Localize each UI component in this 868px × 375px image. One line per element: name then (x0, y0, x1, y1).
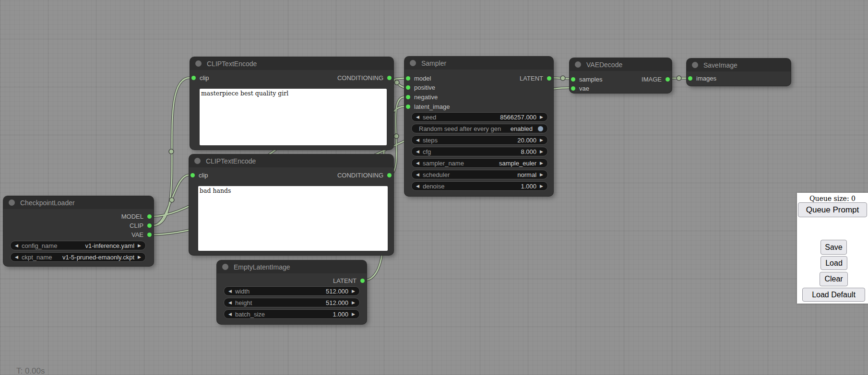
increment-arrow-icon[interactable]: ▶ (138, 244, 141, 248)
decrement-arrow-icon[interactable]: ◀ (416, 184, 419, 188)
decrement-arrow-icon[interactable]: ◀ (416, 173, 419, 177)
widget-seed[interactable]: ◀ seed 8566257.000 ▶ (411, 112, 548, 122)
clear-button[interactable]: Clear (820, 272, 848, 286)
queue-prompt-button[interactable]: Queue Prompt (798, 202, 867, 217)
widget-height[interactable]: ◀ height 512.000 ▶ (224, 298, 360, 307)
node-title-bar[interactable]: CLIPTextEncode (189, 154, 393, 167)
increment-arrow-icon[interactable]: ▶ (540, 173, 543, 177)
decrement-arrow-icon[interactable]: ◀ (228, 289, 232, 293)
output-conditioning[interactable]: CONDITIONING (189, 171, 393, 180)
output-port-icon[interactable] (387, 76, 392, 80)
node-title: EmptyLatentImage (234, 263, 290, 271)
output-latent[interactable]: LATENT (404, 74, 553, 83)
node-title: CLIPTextEncode (207, 60, 257, 68)
increment-arrow-icon[interactable]: ▶ (540, 138, 543, 142)
widget-scheduler[interactable]: ◀ scheduler normal ▶ (411, 170, 548, 179)
increment-arrow-icon[interactable]: ▶ (138, 255, 141, 259)
widget-ckpt-name[interactable]: ◀ ckpt_name v1-5-pruned-emaonly.ckpt ▶ (10, 252, 146, 262)
decrement-arrow-icon[interactable]: ◀ (15, 255, 18, 259)
decrement-arrow-icon[interactable]: ◀ (228, 312, 232, 316)
node-title: CLIPTextEncode (206, 157, 256, 165)
collapse-dot-icon[interactable] (194, 158, 201, 164)
input-negative[interactable]: negative (404, 93, 553, 102)
toggle-dot-icon[interactable] (538, 126, 543, 131)
node-title-bar[interactable]: Sampler (404, 57, 553, 70)
increment-arrow-icon[interactable]: ▶ (352, 312, 355, 316)
collapse-dot-icon[interactable] (410, 60, 416, 66)
increment-arrow-icon[interactable]: ▶ (352, 289, 355, 293)
decrement-arrow-icon[interactable]: ◀ (416, 115, 419, 119)
widget-sampler-name[interactable]: ◀ sampler_name sample_euler ▶ (411, 158, 548, 168)
increment-arrow-icon[interactable]: ▶ (352, 301, 355, 305)
prompt-textarea[interactable]: bad hands (198, 186, 388, 251)
decrement-arrow-icon[interactable]: ◀ (15, 244, 18, 248)
output-conditioning[interactable]: CONDITIONING (190, 73, 393, 82)
node-sampler[interactable]: Sampler model LATENT positive negative l… (404, 57, 553, 196)
output-vae[interactable]: VAE (3, 230, 154, 239)
node-title: CheckpointLoader (20, 199, 75, 207)
collapse-dot-icon[interactable] (195, 60, 202, 67)
node-checkpointloader[interactable]: CheckpointLoader MODEL CLIP VAE ◀ config… (3, 196, 154, 266)
input-positive[interactable]: positive (404, 83, 553, 92)
input-port-icon[interactable] (406, 105, 410, 109)
node-cliptextencode-negative[interactable]: CLIPTextEncode clip CONDITIONING bad han… (189, 154, 393, 255)
node-title-bar[interactable]: SaveImage (687, 59, 791, 71)
node-title: Sampler (421, 59, 446, 67)
output-latent[interactable]: LATENT (217, 276, 367, 285)
node-saveimage[interactable]: SaveImage images (687, 59, 791, 86)
output-port-icon[interactable] (387, 173, 392, 177)
node-vaedecode[interactable]: VAEDecode samples IMAGE vae (570, 58, 672, 93)
node-title-bar[interactable]: CheckpointLoader (3, 196, 154, 209)
output-image[interactable]: IMAGE (570, 75, 672, 84)
widget-width[interactable]: ◀ width 512.000 ▶ (224, 286, 360, 296)
decrement-arrow-icon[interactable]: ◀ (416, 150, 419, 154)
queue-size-label: Queue size: 0 (797, 195, 868, 202)
node-title-bar[interactable]: EmptyLatentImage (217, 260, 367, 273)
output-port-icon[interactable] (666, 77, 670, 82)
node-graph-canvas[interactable]: T: 0.00s CheckpointLoader MODEL CLIP VAE… (0, 0, 868, 375)
increment-arrow-icon[interactable]: ▶ (540, 115, 543, 119)
input-latent-image[interactable]: latent_image (404, 102, 553, 111)
node-title-bar[interactable]: VAEDecode (570, 58, 672, 71)
collapse-dot-icon[interactable] (575, 61, 581, 68)
collapse-dot-icon[interactable] (9, 199, 15, 206)
decrement-arrow-icon[interactable]: ◀ (416, 161, 419, 165)
execution-time-label: T: 0.00s (16, 366, 45, 375)
input-vae[interactable]: vae (570, 84, 672, 93)
load-button[interactable]: Load (820, 256, 847, 270)
collapse-dot-icon[interactable] (692, 62, 698, 68)
widget-config-name[interactable]: ◀ config_name v1-inference.yaml ▶ (10, 241, 146, 250)
output-port-icon[interactable] (147, 233, 152, 237)
save-button[interactable]: Save (820, 240, 847, 255)
load-default-button[interactable]: Load Default (802, 288, 865, 302)
increment-arrow-icon[interactable]: ▶ (540, 161, 543, 165)
increment-arrow-icon[interactable]: ▶ (540, 184, 543, 188)
input-images[interactable]: images (687, 74, 791, 83)
decrement-arrow-icon[interactable]: ◀ (416, 138, 419, 142)
output-port-icon[interactable] (547, 76, 551, 81)
widget-steps[interactable]: ◀ steps 20.000 ▶ (411, 135, 548, 145)
node-cliptextencode-positive[interactable]: CLIPTextEncode clip CONDITIONING masterp… (190, 57, 393, 150)
widget-random-seed-toggle[interactable]: Random seed after every gen enabled (411, 124, 548, 133)
input-port-icon[interactable] (406, 85, 410, 90)
decrement-arrow-icon[interactable]: ◀ (228, 301, 232, 305)
collapse-dot-icon[interactable] (222, 264, 228, 270)
prompt-textarea[interactable]: masterpiece best quality girl (200, 89, 387, 145)
output-clip[interactable]: CLIP (3, 221, 154, 230)
output-port-icon[interactable] (147, 214, 152, 219)
output-port-icon[interactable] (360, 279, 365, 283)
node-emptylatentimage[interactable]: EmptyLatentImage LATENT ◀ width 512.000 … (217, 260, 367, 324)
input-port-icon[interactable] (571, 86, 575, 91)
output-model[interactable]: MODEL (3, 212, 154, 221)
increment-arrow-icon[interactable]: ▶ (540, 150, 543, 154)
input-port-icon[interactable] (406, 95, 410, 99)
widget-batch-size[interactable]: ◀ batch_size 1.000 ▶ (224, 309, 360, 319)
input-port-icon[interactable] (688, 76, 692, 81)
output-port-icon[interactable] (147, 223, 152, 228)
node-title: VAEDecode (586, 61, 622, 69)
widget-cfg[interactable]: ◀ cfg 8.000 ▶ (411, 147, 548, 156)
menu-panel: Queue size: 0 Queue Prompt Save Load Cle… (797, 193, 868, 304)
node-title: SaveImage (703, 61, 737, 69)
node-title-bar[interactable]: CLIPTextEncode (190, 57, 393, 70)
widget-denoise[interactable]: ◀ denoise 1.000 ▶ (411, 181, 548, 191)
